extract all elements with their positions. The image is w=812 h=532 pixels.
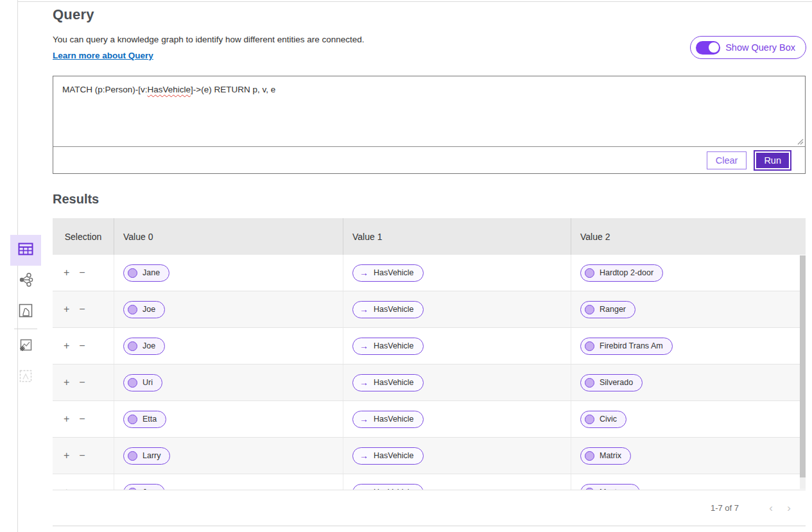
entity-pill[interactable]: Ranger (580, 301, 635, 318)
result-view-rail (10, 235, 41, 393)
entity-icon (128, 305, 137, 314)
query-box: MATCH (p:Person)-[v:HasVehicle]->(e) RET… (53, 76, 806, 174)
table-row: + − Uri → HasVehicle Silverado (53, 365, 806, 401)
entity-icon (585, 378, 594, 388)
relationship-pill[interactable]: → HasVehicle (352, 411, 424, 428)
relationship-label: HasVehicle (374, 341, 414, 350)
query-actions: Clear Run (53, 147, 805, 173)
remove-selection-button[interactable]: − (79, 414, 85, 424)
relationship-label: HasVehicle (374, 268, 414, 277)
relationship-pill[interactable]: → HasVehicle (352, 338, 424, 355)
add-selection-button[interactable]: + (64, 268, 69, 278)
entity-pill[interactable]: Hardtop 2-door (580, 264, 663, 282)
add-to-map-button[interactable] (10, 362, 41, 393)
selection-cell: + − (53, 474, 114, 490)
remove-selection-button[interactable]: − (79, 450, 85, 461)
add-selection-button[interactable]: + (64, 341, 69, 351)
entity-pill[interactable]: Joe (123, 484, 165, 490)
relationship-pill[interactable]: → HasVehicle (352, 447, 424, 465)
pagination-next-button[interactable]: › (780, 502, 798, 515)
entity-icon (128, 451, 137, 461)
query-text: MATCH (p:Person)-[v:HasVehicle]->(e) RET… (62, 85, 275, 94)
results-table: Selection Value 0 Value 1 Value 2 + − Ja… (53, 218, 806, 526)
table-footer: 1-7 of 7 ‹ › (53, 490, 806, 526)
entity-pill[interactable]: Silverado (580, 374, 643, 391)
entity-label: Joe (143, 305, 155, 314)
table-row: + − Etta → HasVehicle Civic (53, 401, 806, 438)
entity-label: Ranger (600, 305, 626, 314)
relationship-arrow-icon: → (359, 451, 368, 460)
toggle-label: Show Query Box (725, 42, 795, 53)
entity-label: Jane (143, 268, 160, 277)
table-body: + − Jane → HasVehicle Hardtop 2-door + − (53, 255, 806, 490)
entity-label: Larry (143, 451, 160, 460)
relationship-pill[interactable]: → HasVehicle (352, 301, 424, 318)
learn-more-link[interactable]: Learn more about Query (53, 51, 153, 60)
map-icon (19, 304, 33, 320)
remove-selection-button[interactable]: − (79, 304, 85, 314)
map-view-button[interactable] (10, 296, 41, 327)
table-view-button[interactable] (10, 235, 41, 266)
entity-label: Hardtop 2-door (600, 268, 653, 277)
entity-label: Silverado (600, 378, 633, 387)
relationship-label: HasVehicle (374, 451, 414, 460)
value1-cell: → HasVehicle (343, 255, 571, 291)
add-selection-button[interactable]: + (64, 377, 69, 388)
pagination-prev-button[interactable]: ‹ (762, 502, 780, 515)
value0-cell: Joe (114, 328, 343, 364)
results-title: Results (53, 192, 99, 207)
column-header-value0: Value 0 (114, 218, 343, 255)
entity-pill[interactable]: Larry (123, 447, 170, 465)
add-selection-button[interactable]: + (64, 450, 69, 461)
table-row: + − Larry → HasVehicle Matrix (53, 438, 806, 474)
scrollbar-thumb[interactable] (800, 255, 806, 477)
entity-icon (128, 341, 137, 351)
table-scrollbar[interactable] (800, 255, 806, 489)
entity-icon (585, 341, 594, 351)
entity-pill[interactable]: Joe (123, 338, 165, 355)
link-chart-icon (18, 273, 33, 289)
relationship-pill[interactable]: → HasVehicle (352, 374, 424, 391)
entity-pill[interactable]: Matrix (580, 447, 631, 465)
relationship-pill[interactable]: → HasVehicle (352, 484, 424, 490)
query-textarea[interactable]: MATCH (p:Person)-[v:HasVehicle]->(e) RET… (53, 76, 805, 147)
resize-handle[interactable] (796, 137, 804, 145)
remove-selection-button[interactable]: − (79, 341, 85, 351)
entity-pill[interactable]: Etta (123, 411, 166, 428)
entity-label: Matrix (600, 451, 621, 460)
add-to-link-chart-icon (19, 338, 33, 355)
rail-separator (14, 329, 37, 329)
run-button[interactable]: Run (755, 151, 790, 169)
value2-cell: Matrix (571, 438, 806, 474)
entity-pill[interactable]: Uri (123, 374, 162, 391)
relationship-label: HasVehicle (374, 305, 414, 314)
clear-button[interactable]: Clear (707, 151, 747, 169)
entity-pill[interactable]: Mustang (580, 484, 640, 490)
remove-selection-button[interactable]: − (79, 377, 85, 388)
show-query-box-toggle[interactable]: Show Query Box (690, 36, 806, 59)
remove-selection-button[interactable]: − (79, 268, 85, 278)
value2-cell: Silverado (571, 365, 806, 400)
entity-pill[interactable]: Civic (580, 411, 626, 428)
entity-icon (585, 268, 594, 278)
link-chart-view-button[interactable] (10, 266, 41, 296)
entity-label: Firebird Trans Am (600, 341, 663, 350)
add-to-link-chart-button[interactable] (10, 331, 41, 362)
value2-cell: Firebird Trans Am (571, 328, 806, 364)
entity-icon (128, 268, 137, 278)
entity-pill[interactable]: Jane (123, 264, 169, 282)
entity-pill[interactable]: Joe (123, 301, 165, 318)
relationship-pill[interactable]: → HasVehicle (352, 264, 424, 282)
entity-pill[interactable]: Firebird Trans Am (580, 338, 673, 355)
add-selection-button[interactable]: + (64, 414, 69, 424)
entity-icon (585, 415, 594, 424)
value2-cell: Mustang (571, 474, 806, 490)
table-header: Selection Value 0 Value 1 Value 2 (53, 218, 806, 255)
table-view-icon (18, 243, 33, 258)
toggle-switch-icon (696, 41, 720, 55)
selection-cell: + − (53, 255, 114, 291)
top-frame-divider (18, 1, 812, 2)
relationship-arrow-icon: → (359, 305, 368, 314)
add-selection-button[interactable]: + (64, 304, 69, 314)
value1-cell: → HasVehicle (343, 291, 571, 327)
